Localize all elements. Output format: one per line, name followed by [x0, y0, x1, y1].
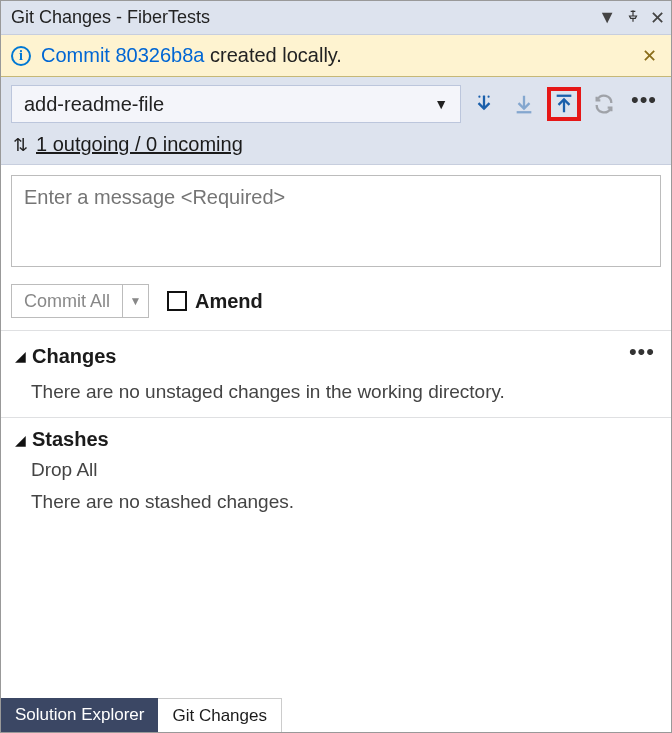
pull-button[interactable]	[507, 87, 541, 121]
commit-dropdown-button[interactable]: ▼	[122, 285, 148, 317]
commit-message-input[interactable]	[11, 175, 661, 267]
dismiss-notification-button[interactable]: ✕	[638, 45, 661, 67]
svg-point-0	[478, 96, 480, 98]
pin-icon[interactable]	[626, 7, 640, 28]
tab-git-changes[interactable]: Git Changes	[158, 698, 282, 732]
commit-controls-row: Commit All ▼ Amend	[11, 284, 661, 318]
up-down-arrows-icon: ⇅	[13, 134, 28, 156]
titlebar: Git Changes - FiberTests ▼ ✕	[1, 1, 671, 35]
changes-title: Changes	[32, 345, 629, 368]
drop-all-link[interactable]: Drop All	[15, 459, 661, 481]
stashes-header[interactable]: ◢ Stashes	[15, 428, 661, 451]
amend-checkbox[interactable]: Amend	[167, 290, 263, 313]
notification-message: Commit 80326b8a created locally.	[41, 44, 638, 67]
collapse-icon: ◢	[15, 348, 26, 364]
info-icon: i	[11, 46, 31, 66]
commit-all-button[interactable]: Commit All ▼	[11, 284, 149, 318]
notification-bar: i Commit 80326b8a created locally. ✕	[1, 35, 671, 77]
commit-button-label: Commit All	[12, 285, 122, 317]
more-actions-button[interactable]: •••	[627, 87, 661, 121]
commit-hash-link[interactable]: 80326b8a	[115, 44, 204, 66]
changes-section: ◢ Changes ••• There are no unstaged chan…	[1, 331, 671, 418]
branch-name: add-readme-file	[24, 93, 164, 116]
spacer	[1, 527, 671, 698]
sync-button[interactable]	[587, 87, 621, 121]
panel-tabs: Solution Explorer Git Changes	[1, 698, 671, 732]
branch-selector[interactable]: add-readme-file ▼	[11, 85, 461, 123]
branch-row: add-readme-file ▼	[11, 85, 661, 123]
fetch-button[interactable]	[467, 87, 501, 121]
commit-area: Commit All ▼ Amend	[1, 165, 671, 331]
stashes-section: ◢ Stashes Drop All There are no stashed …	[1, 418, 671, 527]
changes-more-button[interactable]: •••	[629, 341, 655, 371]
window-title: Git Changes - FiberTests	[11, 7, 598, 28]
branch-toolbar: add-readme-file ▼	[1, 77, 671, 165]
amend-label: Amend	[195, 290, 263, 313]
stashes-empty-text: There are no stashed changes.	[15, 491, 661, 513]
close-icon[interactable]: ✕	[650, 7, 665, 29]
changes-empty-text: There are no unstaged changes in the wor…	[15, 381, 661, 403]
dropdown-icon[interactable]: ▼	[598, 7, 616, 28]
chevron-down-icon: ▼	[434, 96, 448, 112]
sync-status-row: ⇅ 1 outgoing / 0 incoming	[11, 133, 661, 156]
commit-link-prefix[interactable]: Commit	[41, 44, 115, 66]
titlebar-controls: ▼ ✕	[598, 7, 665, 29]
outgoing-incoming-link[interactable]: 1 outgoing / 0 incoming	[36, 133, 243, 156]
checkbox-icon	[167, 291, 187, 311]
svg-point-1	[483, 96, 485, 98]
changes-header[interactable]: ◢ Changes •••	[15, 341, 661, 371]
ellipsis-icon: •••	[631, 89, 657, 119]
tab-solution-explorer[interactable]: Solution Explorer	[1, 698, 158, 732]
svg-point-2	[487, 96, 489, 98]
commit-link-suffix: created locally.	[204, 44, 341, 66]
collapse-icon: ◢	[15, 432, 26, 448]
push-button[interactable]	[547, 87, 581, 121]
stashes-title: Stashes	[32, 428, 661, 451]
